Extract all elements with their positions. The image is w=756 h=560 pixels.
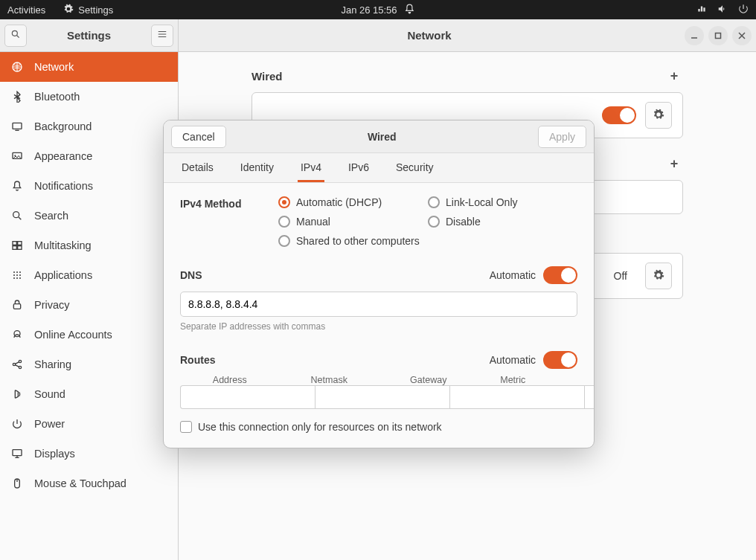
only-resources-label: Use this connection only for resources o… — [198, 421, 442, 433]
col-metric: Metric — [478, 375, 548, 385]
sound-icon — [10, 388, 24, 400]
route-metric-input[interactable] — [584, 385, 595, 409]
radio-manual[interactable]: Manual — [278, 216, 428, 228]
tab-security[interactable]: Security — [393, 153, 437, 182]
wired-settings-button[interactable] — [645, 102, 672, 129]
sidebar-item-background[interactable]: Background — [0, 112, 178, 141]
svg-point-17 — [13, 277, 15, 279]
hamburger-button[interactable] — [151, 25, 173, 47]
routes-auto-toggle[interactable] — [543, 351, 577, 369]
wired-toggle[interactable] — [602, 106, 636, 124]
sidebar-item-label: Privacy — [34, 299, 70, 311]
power-icon[interactable] — [738, 4, 749, 16]
radio-icon — [278, 216, 290, 228]
settings-icon — [63, 4, 74, 16]
privacy-icon — [10, 299, 24, 311]
sidebar-item-sharing[interactable]: Sharing — [0, 350, 178, 379]
sidebar-item-label: Applications — [34, 269, 92, 281]
tab-ipv6[interactable]: IPv6 — [345, 153, 372, 182]
radio-label: Link-Local Only — [446, 196, 518, 208]
gnome-topbar: Activities Settings Jan 26 15:56 — [0, 0, 756, 19]
minimize-icon — [691, 30, 698, 42]
window-maximize-button[interactable] — [708, 26, 728, 45]
add-vpn-button[interactable]: + — [665, 155, 683, 173]
svg-rect-10 — [18, 246, 22, 250]
svg-rect-20 — [13, 304, 20, 309]
sidebar-item-network[interactable]: Network — [0, 52, 178, 82]
search-icon — [10, 29, 21, 42]
dialog-header: Cancel Wired Apply — [164, 120, 594, 153]
online-accounts-icon — [10, 329, 24, 341]
gear-icon — [653, 109, 664, 123]
sidebar-item-applications[interactable]: Applications › — [0, 260, 178, 290]
sidebar-item-multitasking[interactable]: Multitasking — [0, 231, 178, 260]
svg-point-15 — [16, 274, 18, 276]
close-icon — [738, 30, 746, 42]
sidebar-title: Settings — [31, 29, 147, 42]
sidebar-item-label: Background — [34, 120, 92, 132]
svg-rect-7 — [13, 242, 16, 245]
radio-label: Automatic (DHCP) — [296, 196, 382, 208]
dns-auto-toggle[interactable] — [543, 266, 577, 284]
notification-bell-icon[interactable] — [405, 4, 415, 16]
radio-icon — [428, 196, 440, 208]
svg-rect-8 — [18, 242, 22, 245]
tab-identity[interactable]: Identity — [237, 153, 277, 182]
svg-rect-9 — [13, 246, 16, 250]
sidebar-item-displays[interactable]: Displays — [0, 439, 178, 469]
app-menu-label: Settings — [78, 4, 113, 16]
route-address-input[interactable] — [180, 385, 315, 409]
dns-input[interactable] — [180, 292, 577, 317]
radio-shared[interactable]: Shared to other computers — [278, 235, 577, 247]
sidebar-item-mouse-touchpad[interactable]: Mouse & Touchpad — [0, 469, 178, 498]
menu-icon — [157, 29, 167, 42]
tab-details[interactable]: Details — [179, 153, 217, 182]
sidebar-item-label: Network — [34, 61, 74, 73]
volume-icon[interactable] — [717, 4, 728, 16]
apply-button[interactable]: Apply — [538, 126, 586, 148]
window-close-button[interactable] — [732, 26, 752, 45]
connection-editor-dialog: Cancel Wired Apply DetailsIdentityIPv4IP… — [163, 120, 595, 448]
sidebar-item-search[interactable]: Search — [0, 201, 178, 231]
sidebar-item-label: Sound — [34, 388, 65, 400]
sidebar-item-bluetooth[interactable]: Bluetooth — [0, 82, 178, 112]
activities-button[interactable]: Activities — [7, 4, 45, 16]
sidebar-item-appearance[interactable]: Appearance — [0, 141, 178, 171]
route-netmask-input[interactable] — [315, 385, 449, 409]
sidebar-item-power[interactable]: Power — [0, 409, 178, 439]
radio-icon — [428, 216, 440, 228]
ipv4-method-label: IPv4 Method — [180, 196, 278, 247]
radio-icon — [278, 235, 290, 247]
headerbar: Settings Network — [0, 19, 756, 52]
radio-automatic-dhcp[interactable]: Automatic (DHCP) — [278, 196, 428, 208]
col-netmask: Netmask — [280, 375, 379, 385]
window-minimize-button[interactable] — [685, 26, 704, 45]
displays-icon — [10, 448, 24, 460]
add-wired-button[interactable]: + — [665, 67, 683, 85]
sidebar-item-label: Appearance — [34, 150, 92, 162]
sidebar-item-notifications[interactable]: Notifications — [0, 171, 178, 201]
sidebar-item-sound[interactable]: Sound — [0, 379, 178, 409]
search-button[interactable] — [4, 25, 27, 47]
svg-rect-24 — [13, 450, 22, 456]
tab-ipv4[interactable]: IPv4 — [298, 153, 324, 182]
clock[interactable]: Jan 26 15:56 — [341, 4, 397, 16]
sidebar-item-label: Bluetooth — [34, 91, 80, 103]
sidebar-item-privacy[interactable]: Privacy › — [0, 290, 178, 320]
only-resources-checkbox[interactable]: Use this connection only for resources o… — [180, 421, 577, 433]
network-status-icon[interactable] — [696, 4, 707, 16]
sidebar-item-online-accounts[interactable]: Online Accounts — [0, 320, 178, 350]
radio-label: Disable — [446, 216, 481, 228]
routes-table: Address Netmask Gateway Metric — [180, 375, 577, 409]
cancel-button[interactable]: Cancel — [171, 126, 226, 148]
sidebar-item-label: Search — [34, 210, 68, 222]
app-menu[interactable]: Settings — [63, 4, 113, 16]
route-gateway-input[interactable] — [449, 385, 584, 409]
proxy-settings-button[interactable] — [645, 263, 672, 289]
sidebar-item-label: Multitasking — [34, 239, 92, 251]
radio-disable[interactable]: Disable — [428, 216, 577, 228]
svg-point-14 — [13, 274, 15, 276]
proxy-status: Off — [605, 267, 636, 285]
dns-label: DNS — [180, 269, 202, 281]
radio-link-local[interactable]: Link-Local Only — [428, 196, 577, 208]
